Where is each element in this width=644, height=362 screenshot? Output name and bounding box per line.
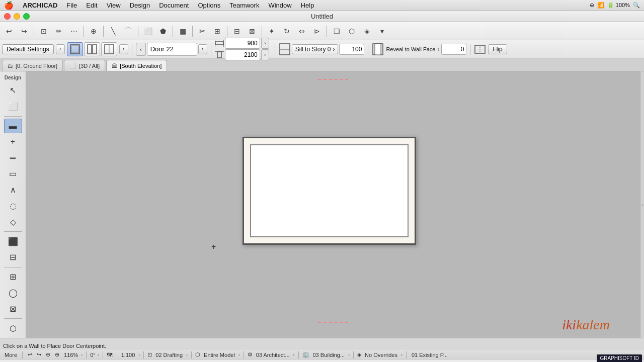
menu-options[interactable]: Options bbox=[194, 1, 224, 10]
redo-button[interactable]: ↪ bbox=[17, 24, 31, 38]
door-inner-frame bbox=[250, 144, 409, 237]
line-button[interactable]: ╲ bbox=[106, 24, 120, 38]
settings-arrow-left[interactable]: ‹ bbox=[56, 44, 65, 54]
door-name-arrow-left[interactable]: ‹ bbox=[136, 43, 146, 56]
zoom-in-button[interactable]: ⊕ bbox=[53, 351, 61, 358]
status-bar: More ↩ ↪ ⊖ ⊕ 116% › 0° › 🗺 1:100 › ⊡ 02 … bbox=[0, 349, 644, 360]
right-panel-indicator[interactable]: ‹ bbox=[640, 71, 644, 338]
menu-design[interactable]: Design bbox=[126, 1, 154, 10]
pencil-tool-button[interactable]: ✏ bbox=[52, 24, 66, 38]
info-sep-1 bbox=[132, 44, 132, 55]
model-display[interactable]: Entire Model bbox=[202, 351, 236, 358]
door-type-double[interactable] bbox=[84, 42, 100, 56]
architect-display[interactable]: 03 Architect... bbox=[255, 351, 291, 358]
offset-button[interactable]: ⊳ bbox=[310, 24, 324, 38]
toolbar-sep-4 bbox=[138, 26, 138, 37]
menu-help[interactable]: Help bbox=[297, 1, 318, 10]
magic-wand-button[interactable]: ⋯ bbox=[67, 24, 81, 38]
canvas-area[interactable]: + ikikalem bbox=[26, 71, 640, 338]
door-arrow-right[interactable]: › bbox=[119, 44, 128, 54]
building-display[interactable]: 03 Building... bbox=[311, 351, 347, 358]
story-selector[interactable]: Sill to Story 0 › bbox=[292, 44, 339, 54]
menu-document[interactable]: Document bbox=[155, 1, 193, 10]
morph-tool[interactable]: ◇ bbox=[4, 214, 22, 229]
close-button[interactable] bbox=[4, 13, 11, 20]
surface-button[interactable]: ◈ bbox=[360, 24, 374, 38]
layer-display[interactable]: 02 Drafting bbox=[154, 351, 184, 358]
railing-tool[interactable]: ⊟ bbox=[4, 250, 22, 265]
group-button[interactable]: ❏ bbox=[330, 24, 344, 38]
polygon-button[interactable]: ⬟ bbox=[156, 24, 170, 38]
menu-edit[interactable]: Edit bbox=[82, 1, 101, 10]
search-icon[interactable]: 🔍 bbox=[633, 2, 640, 9]
rectangle-button[interactable]: ⬜ bbox=[141, 24, 155, 38]
width-input[interactable] bbox=[225, 38, 260, 49]
status-undo-button[interactable]: ↩ bbox=[26, 351, 34, 358]
overrides-display[interactable]: No Overrides bbox=[363, 351, 399, 358]
door-name-arrow-right[interactable]: › bbox=[198, 44, 207, 54]
guidelines-button[interactable]: ⊕ bbox=[87, 24, 101, 38]
svg-rect-12 bbox=[280, 44, 290, 55]
object-tool[interactable]: ⬡ bbox=[4, 321, 22, 336]
toolbar-sep-6 bbox=[192, 26, 193, 37]
tab-south-elevation[interactable]: 🏛 [South Elevation] bbox=[106, 60, 167, 71]
height-input[interactable] bbox=[225, 49, 260, 60]
marquee-tool[interactable]: ⬜ bbox=[4, 99, 22, 114]
roof-tool[interactable]: ∧ bbox=[4, 183, 22, 198]
undo-button[interactable]: ↩ bbox=[2, 24, 16, 38]
column-tool[interactable]: + bbox=[4, 134, 22, 149]
existing-display[interactable]: 01 Existing P... bbox=[410, 351, 449, 358]
trim-button[interactable]: ✂ bbox=[195, 24, 209, 38]
stair-tool[interactable]: ⬛ bbox=[4, 234, 22, 249]
tab-ground-floor[interactable]: 🗂 [0. Ground Floor] bbox=[2, 60, 63, 71]
slab-tool[interactable]: ▭ bbox=[4, 166, 22, 182]
move-button[interactable]: ✦ bbox=[265, 24, 279, 38]
door-name-input[interactable] bbox=[147, 43, 197, 56]
flip-button[interactable]: Flip bbox=[488, 44, 507, 54]
apple-logo-icon[interactable]: 🍎 bbox=[4, 1, 14, 10]
tab-3d[interactable]: ⬜ [3D / All] bbox=[64, 60, 105, 71]
scale-display[interactable]: 1:100 bbox=[120, 351, 137, 358]
door-type-single[interactable] bbox=[67, 42, 83, 56]
mirror-button[interactable]: ⇔ bbox=[295, 24, 309, 38]
split-button[interactable]: ⊟ bbox=[230, 24, 244, 38]
door-type-sliding[interactable] bbox=[101, 42, 117, 56]
floor-height-input[interactable] bbox=[339, 44, 364, 55]
select-tool-button[interactable]: ⊡ bbox=[37, 24, 51, 38]
width-arrow[interactable]: › bbox=[261, 38, 269, 49]
default-settings-button[interactable]: Default Settings bbox=[2, 44, 54, 54]
beam-tool[interactable]: ═ bbox=[4, 150, 22, 165]
more-tools-button[interactable]: ▾ bbox=[375, 24, 389, 38]
arc-button[interactable]: ⌒ bbox=[121, 24, 135, 38]
zone-tool[interactable]: ◯ bbox=[4, 286, 22, 301]
canvas-background: + ikikalem bbox=[26, 71, 640, 338]
more-button[interactable]: More bbox=[3, 351, 19, 358]
wall-tool[interactable]: ▬ bbox=[4, 119, 22, 134]
menu-window[interactable]: Window bbox=[264, 1, 295, 10]
mesh-tool[interactable]: ⊠ bbox=[4, 301, 22, 316]
mac-menubar: 🍎 ARCHICAD File Edit View Design Documen… bbox=[0, 0, 644, 11]
height-arrow[interactable]: › bbox=[261, 49, 269, 60]
fill-button[interactable]: ▦ bbox=[176, 24, 190, 38]
shell-tool[interactable]: ◌ bbox=[4, 199, 22, 214]
arrow-tool[interactable]: ↖ bbox=[4, 83, 22, 98]
rotate-button[interactable]: ↻ bbox=[280, 24, 294, 38]
zoom-level[interactable]: 116% bbox=[62, 351, 79, 358]
maximize-button[interactable] bbox=[23, 13, 30, 20]
curtain-wall-tool[interactable]: ⊞ bbox=[4, 269, 22, 285]
sidebar-sep-3 bbox=[4, 267, 22, 267]
elements-button[interactable]: ⬡ bbox=[345, 24, 359, 38]
menu-archicad[interactable]: ARCHICAD bbox=[19, 1, 61, 10]
menu-view[interactable]: View bbox=[103, 1, 125, 10]
zoom-out-button[interactable]: ⊖ bbox=[44, 351, 52, 358]
layer-icon: ⊡ bbox=[147, 351, 152, 358]
adjust-button[interactable]: ⊠ bbox=[245, 24, 259, 38]
reveal-arrow[interactable]: › bbox=[437, 46, 439, 53]
reveal-input[interactable] bbox=[441, 44, 466, 55]
status-redo-button[interactable]: ↪ bbox=[35, 351, 43, 358]
undo-redo-section: ↩ ↪ ⊖ ⊕ 116% › bbox=[26, 351, 83, 358]
minimize-button[interactable] bbox=[14, 13, 20, 20]
connect-button[interactable]: ⊞ bbox=[210, 24, 224, 38]
menu-file[interactable]: File bbox=[62, 1, 81, 10]
menu-teamwork[interactable]: Teamwork bbox=[225, 1, 263, 10]
